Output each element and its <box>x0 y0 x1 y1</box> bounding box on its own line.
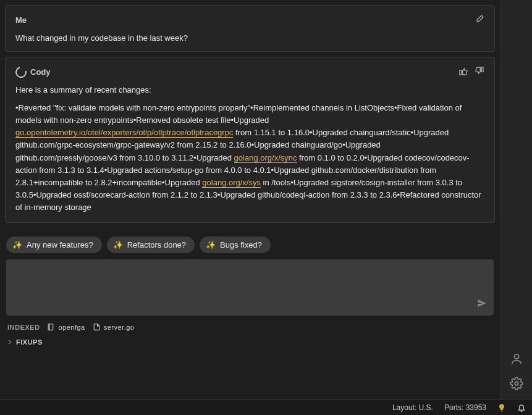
gear-icon[interactable] <box>510 377 523 390</box>
status-ports[interactable]: Ports: 33953 <box>444 403 486 412</box>
suggestion-chip[interactable]: ✨ Any new features? <box>6 237 102 253</box>
status-layout[interactable]: Layout: U.S. <box>392 403 433 412</box>
status-bar: Layout: U.S. Ports: 33953 <box>0 399 532 415</box>
chat-input-container <box>6 259 494 316</box>
assistant-message-card: Cody Here is a summary of recent changes… <box>5 57 495 223</box>
user-message-text: What changed in my codebase in the last … <box>15 33 484 43</box>
suggestion-label: Any new features? <box>27 240 93 249</box>
chevron-right-icon <box>6 338 14 346</box>
fixups-label: FIXUPS <box>16 338 43 346</box>
thumbs-down-icon[interactable] <box>475 66 484 78</box>
assistant-intro-text: Here is a summary of recent changes: <box>15 85 484 94</box>
suggestion-chip[interactable]: ✨ Refactors done? <box>107 237 195 253</box>
indexed-row: INDEXED openfga server.go <box>5 321 495 336</box>
bell-icon[interactable] <box>517 403 526 412</box>
svg-rect-0 <box>49 324 54 330</box>
sparkle-icon: ✨ <box>113 240 123 249</box>
user-author-label: Me <box>15 15 27 25</box>
lightbulb-icon[interactable] <box>497 403 506 412</box>
indexed-label: INDEXED <box>7 324 40 331</box>
activity-bar-right <box>500 0 532 415</box>
suggestion-chip[interactable]: ✨ Bugs fixed? <box>200 237 271 253</box>
send-icon[interactable] <box>476 298 488 311</box>
suggestion-row: ✨ Any new features? ✨ Refactors done? ✨ … <box>5 237 495 253</box>
fixups-row[interactable]: FIXUPS <box>5 336 495 350</box>
repo-icon <box>47 323 55 331</box>
svg-point-1 <box>514 354 518 359</box>
assistant-body-text: •Reverted "fix: validate models with non… <box>15 102 484 214</box>
file-icon <box>93 323 101 331</box>
indexed-item[interactable]: server.go <box>93 323 135 331</box>
suggestion-label: Bugs fixed? <box>220 240 262 249</box>
suggestion-label: Refactors done? <box>127 240 186 249</box>
user-message-card: Me What changed in my codebase in the la… <box>5 5 495 52</box>
sparkle-icon: ✨ <box>206 240 216 249</box>
edit-icon[interactable] <box>475 14 484 26</box>
assistant-author-label: Cody <box>15 67 51 78</box>
thumbs-up-icon[interactable] <box>458 66 468 78</box>
svg-point-2 <box>515 382 518 385</box>
sparkle-icon: ✨ <box>12 240 22 249</box>
code-link[interactable]: go.opentelemetry.io/otel/exporters/otlp/… <box>15 128 233 138</box>
account-icon[interactable] <box>510 352 523 366</box>
code-link[interactable]: golang.org/x/sys <box>202 178 261 188</box>
indexed-item[interactable]: openfga <box>47 323 85 331</box>
chat-input[interactable] <box>6 259 494 314</box>
code-link[interactable]: golang.org/x/sync <box>234 153 297 163</box>
